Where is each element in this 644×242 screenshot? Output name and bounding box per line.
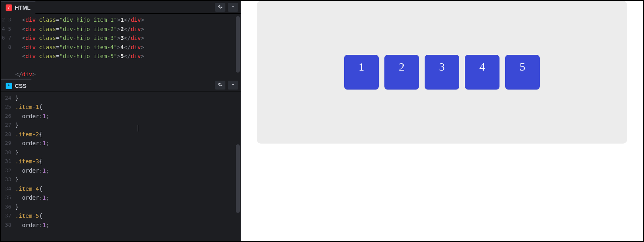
editor-column: / HTML 2 3 4 5 6 7 8 <div class=" <box>1 1 241 241</box>
flex-item: 1 <box>344 55 379 90</box>
gear-icon <box>218 81 223 89</box>
css-panel: * CSS 24 25 26 27 28 29 30 31 32 33 34 3… <box>1 79 241 242</box>
gear-icon <box>218 4 223 11</box>
flex-item: 5 <box>505 55 540 90</box>
css-icon: * <box>6 83 12 89</box>
html-tab[interactable]: / HTML <box>1 1 35 14</box>
html-panel-header: / HTML <box>1 1 241 14</box>
flex-item: 2 <box>384 55 419 90</box>
css-scrollbar[interactable] <box>236 144 240 213</box>
html-panel: / HTML 2 3 4 5 6 7 8 <div class=" <box>1 1 241 79</box>
preview-card: 12345 <box>257 1 627 144</box>
html-gutter: 2 3 4 5 6 7 8 <box>1 15 15 79</box>
html-code-editor[interactable]: 2 3 4 5 6 7 8 <div class="div-hijo item-… <box>1 14 241 79</box>
css-tab-label: CSS <box>15 83 27 89</box>
flex-item: 3 <box>425 55 459 90</box>
css-code-editor[interactable]: 24 25 26 27 28 29 30 31 32 33 34 35 36 3… <box>1 92 241 242</box>
html-code-lines: <div class="div-hijo item-1">1</div> <di… <box>15 15 241 79</box>
css-tab[interactable]: * CSS <box>1 79 31 92</box>
flex-item: 4 <box>465 55 500 90</box>
preview-column: 12345 <box>241 1 643 241</box>
flex-container: 12345 <box>344 55 540 90</box>
css-settings-button[interactable] <box>215 81 225 90</box>
css-code-lines: } .item-1{ order:1; } .item-2{ order:1; … <box>15 94 241 242</box>
text-cursor <box>138 123 138 133</box>
app-frame: / HTML 2 3 4 5 6 7 8 <div class=" <box>0 0 644 242</box>
html-settings-button[interactable] <box>215 3 225 12</box>
css-collapse-button[interactable] <box>228 81 238 90</box>
chevron-down-icon <box>231 4 235 11</box>
html-tab-label: HTML <box>15 4 31 11</box>
chevron-down-icon <box>231 81 235 89</box>
html-collapse-button[interactable] <box>228 3 238 12</box>
html-icon: / <box>6 4 12 11</box>
html-scrollbar[interactable] <box>236 16 240 73</box>
css-panel-header: * CSS <box>1 79 241 92</box>
css-gutter: 24 25 26 27 28 29 30 31 32 33 34 35 36 3… <box>1 94 15 242</box>
